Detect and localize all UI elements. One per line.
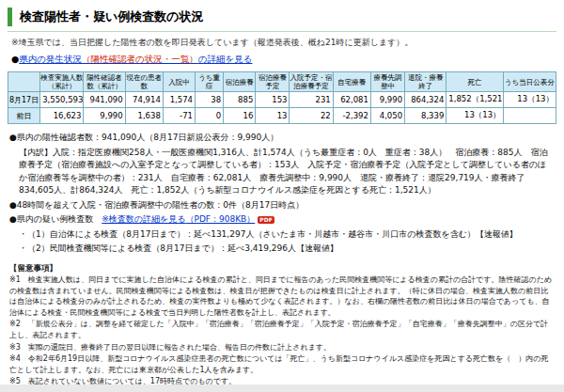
table-cell: 13（13） xyxy=(446,108,503,124)
private-tests-line: ・（2）民間検査機関等による検査（8月17日まで）：延べ3,419,296人【速… xyxy=(19,243,555,256)
table-cell: 4,050 xyxy=(370,108,404,124)
column-header: 入院予定・宿泊療養予定 xyxy=(290,72,333,92)
over-48h-line: ●48時間を超えて入院・宿泊療養調整中の陽性者の数：0件（8月17日時点） xyxy=(9,199,555,212)
column-header: 療養先調整中 xyxy=(370,72,404,92)
table-cell: 62,081 xyxy=(333,92,370,108)
table-cell: 1,852（1,521） xyxy=(446,92,503,108)
update-note: ※埼玉県では、当日把握した陽性者の数を即日発表しています（報道発表後、概ね21時… xyxy=(11,37,555,49)
table-cell: 16 xyxy=(224,108,256,124)
status-table-wrap: 検査実施人数（累計）陽性確認者数（累計）現在の患者数入院中うち重症宿泊療養宿泊療… xyxy=(8,71,556,124)
table-cell: 22 xyxy=(290,108,333,124)
table-cell: 864,324 xyxy=(405,92,446,108)
test-count-pdf-size: （PDF：908KB） xyxy=(185,214,255,224)
test-count-detail-link[interactable]: ※検査数の詳細を見る（PDF：908KB） xyxy=(102,214,255,224)
table-cell xyxy=(503,108,556,124)
link-highlight: （陽性確認者の状況・一覧） xyxy=(82,54,198,64)
note-item-4: ※4 令和2年6月19日以降、新型コロナウイルス感染症患者の死亡数については「死… xyxy=(9,353,555,375)
note-item-3: ※3 実際の退院日、療養終了日の翌日以降に報告された場合、報告日の件数に計上され… xyxy=(9,342,555,353)
column-header: うち当日公表分 xyxy=(503,72,556,92)
table-cell: 16,623 xyxy=(40,108,84,124)
test-count-link-text: ※検査数の詳細を見る xyxy=(102,214,185,224)
table-cell: 153 xyxy=(256,92,290,108)
table-corner-cell xyxy=(8,72,40,92)
outbreak-status-link[interactable]: 県内の発生状況（陽性確認者の状況・一覧）の詳細を見る xyxy=(19,54,252,64)
row-label: 8月17日 xyxy=(8,92,40,108)
detail-link-line: ●県内の発生状況（陽性確認者の状況・一覧）の詳細を見る xyxy=(11,54,555,66)
column-header: うち重症 xyxy=(196,72,224,92)
column-header: 退院・療養終了 xyxy=(405,72,446,92)
status-table: 検査実施人数（累計）陽性確認者数（累計）現在の患者数入院中うち重症宿泊療養宿泊療… xyxy=(8,71,556,124)
pdf-icon: PDF xyxy=(258,216,274,224)
column-header: 現在の患者数 xyxy=(125,72,163,92)
table-cell: -71 xyxy=(163,108,195,124)
positives-line: ●県内の陽性確認者数：941,090人（8月17日新規公表分：9,990人） xyxy=(9,132,555,145)
column-header: 入院中 xyxy=(163,72,195,92)
table-cell: 8,339 xyxy=(405,108,446,124)
table-cell: 13 xyxy=(256,108,290,124)
table-cell: 1,574 xyxy=(163,92,195,108)
column-header: 宿泊療養予定 xyxy=(256,72,290,92)
table-header-row: 検査実施人数（累計）陽性確認者数（累計）現在の患者数入院中うち重症宿泊療養宿泊療… xyxy=(8,72,556,92)
table-cell: 231 xyxy=(290,92,333,108)
summary-section: ●県内の陽性確認者数：941,090人（8月17日新規公表分：9,990人） 【… xyxy=(9,132,555,256)
suspected-tests-line: ●県内の疑い例検査数 ※検査数の詳細を見る（PDF：908KB）PDF xyxy=(9,213,555,227)
municipal-tests-line: ・（1）自治体による検査（8月17日まで）：延べ131,297人（さいたま市・川… xyxy=(19,228,555,242)
table-cell: 13（13） xyxy=(503,92,556,108)
notes-heading: 【留意事項】 xyxy=(9,262,555,274)
link-text-before: 県内の発生状況 xyxy=(19,54,82,64)
page-header: 検査陽性者・疑い例検査数の状況 xyxy=(8,8,556,32)
table-cell: 3,550,593 xyxy=(40,92,84,108)
table-row: 8月17日3,550,593941,09074,9141,57438885153… xyxy=(8,92,556,108)
row-label: 前日 xyxy=(8,108,40,124)
table-cell: 9,990 xyxy=(370,92,404,108)
link-text-after: の詳細を見る xyxy=(198,54,253,64)
breakdown-line: 【内訳】入院：指定医療機関258人・一般医療機関1,316人、計1,574人（う… xyxy=(19,147,555,197)
notes-section: 【留意事項】 ※1 検査実施人数は、同日までに実施した自治体による検査の累計と、… xyxy=(9,262,555,392)
column-header: 宿泊療養 xyxy=(224,72,256,92)
column-header: 検査実施人数（累計） xyxy=(40,72,84,92)
table-cell: 9,990 xyxy=(84,108,125,124)
note-item-1: ※1 検査実施人数は、同日までに実施した自治体による検査の累計と、同日までに報告… xyxy=(9,274,555,318)
table-cell: 38 xyxy=(196,92,224,108)
table-row: 前日16,6239,9901,638-710161322-2,3924,0508… xyxy=(8,108,556,124)
suspected-tests-label: ●県内の疑い例検査数 xyxy=(9,214,93,224)
table-cell: 74,914 xyxy=(125,92,163,108)
footer-strip xyxy=(0,384,564,392)
table-cell: 0 xyxy=(196,108,224,124)
page: 検査陽性者・疑い例検査数の状況 ※埼玉県では、当日把握した陽性者の数を即日発表し… xyxy=(0,0,564,392)
column-header: 死亡 xyxy=(446,72,503,92)
table-cell: 1,638 xyxy=(125,108,163,124)
table-cell: 941,090 xyxy=(84,92,125,108)
table-cell: 885 xyxy=(224,92,256,108)
note-item-2: ※2 「新規公表分」は、調整を経て確定した「入院中」「宿泊療養」「宿泊療養予定」… xyxy=(9,319,555,340)
column-header: 自宅療養 xyxy=(333,72,370,92)
page-title: 検査陽性者・疑い例検査数の状況 xyxy=(8,8,556,26)
table-cell: -2,392 xyxy=(333,108,370,124)
column-header: 陽性確認者数（累計） xyxy=(84,72,125,92)
